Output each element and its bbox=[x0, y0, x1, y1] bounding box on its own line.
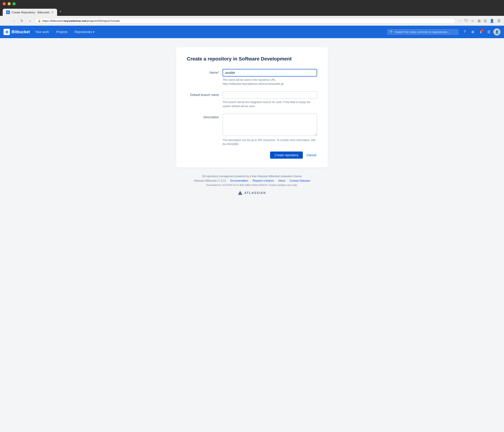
footer-feature-link[interactable]: Request a feature bbox=[253, 179, 274, 182]
close-button[interactable] bbox=[3, 2, 6, 5]
branch-input[interactable] bbox=[223, 91, 317, 99]
search-bar[interactable]: 🔍 Search for code, commits or repositori… bbox=[387, 29, 459, 35]
nav-repositories[interactable]: Repositories ▾ bbox=[71, 26, 98, 38]
footer-about-link[interactable]: About bbox=[278, 179, 285, 182]
form-title: Create a repository in Software Developm… bbox=[187, 56, 317, 62]
branch-field: This branch will be the integration bran… bbox=[223, 91, 317, 108]
description-hint: This description can be up to 255 charac… bbox=[223, 138, 317, 146]
description-label: Description bbox=[187, 114, 223, 146]
repositories-label: Repositories bbox=[74, 30, 92, 34]
main-content: Create a repository in Software Developm… bbox=[0, 38, 504, 432]
profile-icon[interactable]: 👤 bbox=[489, 18, 495, 24]
description-field: This description can be up to 255 charac… bbox=[223, 114, 317, 146]
app-navbar: ⊞ Bitbucket Your work Projects Repositor… bbox=[0, 26, 504, 38]
footer-contact-link[interactable]: Contact Atlassian bbox=[289, 179, 310, 182]
app-name: Bitbucket bbox=[12, 30, 30, 34]
nav-projects[interactable]: Projects bbox=[53, 26, 71, 38]
footer-version: Atlassian Bitbucket v7.12.0 bbox=[194, 179, 226, 182]
main-nav: Your work Projects Repositories ▾ bbox=[32, 26, 98, 38]
security-icon: 🔒 bbox=[38, 19, 41, 22]
footer-hash: Generated by 7a7cd764-5c7a-401f-a06d-41b… bbox=[194, 184, 310, 186]
queue-button[interactable]: ☰ bbox=[485, 28, 492, 36]
footer-docs-link[interactable]: Documentation bbox=[230, 179, 248, 182]
tab-close-button[interactable]: ✕ bbox=[51, 11, 54, 14]
footer: Git repository management powered by a f… bbox=[189, 168, 315, 204]
back-button[interactable]: ← bbox=[3, 18, 9, 24]
create-repository-button[interactable]: Create repository bbox=[270, 152, 303, 159]
create-repo-form-card: Create a repository in Software Developm… bbox=[176, 47, 328, 168]
address-bar[interactable]: 🔒 https://bitbucket.heyvaldemar.net/proj… bbox=[35, 18, 456, 24]
user-avatar[interactable]: 👤 bbox=[493, 28, 500, 36]
more-options-icon[interactable]: ··· bbox=[457, 18, 462, 24]
required-indicator: * bbox=[218, 71, 219, 74]
name-label: Name* bbox=[187, 69, 223, 86]
name-field-group: Name* This name will be used in the repo… bbox=[187, 69, 317, 86]
notification-badge: 1 bbox=[481, 29, 484, 32]
atlassian-label: ATLASSIAN bbox=[244, 191, 266, 194]
cancel-button[interactable]: Cancel bbox=[306, 152, 317, 159]
sidebar-icon[interactable]: ⊡ bbox=[483, 18, 487, 24]
name-input[interactable] bbox=[223, 69, 317, 76]
shield-icon[interactable]: 🛡 bbox=[463, 18, 469, 24]
form-actions: Create repository Cancel bbox=[187, 152, 317, 159]
name-hint: This name will be used in the repository… bbox=[223, 78, 317, 86]
atlassian-logo: ATLASSIAN bbox=[194, 191, 310, 195]
app-logo[interactable]: ⊞ Bitbucket bbox=[4, 29, 30, 35]
menu-icon[interactable]: ☰ bbox=[496, 18, 501, 24]
branch-hint: This branch will be the integration bran… bbox=[223, 100, 317, 108]
reload-button[interactable]: ↻ bbox=[19, 18, 25, 24]
new-tab-button[interactable]: + bbox=[58, 8, 63, 16]
tab-favicon: B bbox=[6, 10, 10, 14]
footer-tagline: Git repository management powered by a f… bbox=[194, 175, 310, 178]
tab-title: Create Repository - Bitbucket bbox=[12, 11, 50, 14]
traffic-lights bbox=[3, 2, 501, 5]
browser-tabs: B Create Repository - Bitbucket ✕ + bbox=[3, 8, 501, 16]
branch-label: Default branch name bbox=[187, 91, 223, 108]
toolbar-actions: ··· 🛡 ☆ bbox=[457, 18, 475, 24]
nav-your-work[interactable]: Your work bbox=[32, 26, 53, 38]
atlassian-triangle-icon bbox=[238, 191, 243, 195]
settings-button[interactable]: ⚙ bbox=[469, 28, 476, 36]
help-button[interactable]: ? bbox=[461, 28, 468, 36]
browser-toolbar: ← → ↻ ⌂ 🔒 https://bitbucket.heyvaldemar.… bbox=[0, 16, 504, 26]
minimize-button[interactable] bbox=[8, 2, 11, 5]
browser-chrome: B Create Repository - Bitbucket ✕ + bbox=[0, 0, 504, 16]
extension-icon[interactable]: ⊞ bbox=[477, 18, 481, 24]
nav-actions: ? ⚙ ℹ 1 ☰ 👤 bbox=[461, 28, 500, 36]
forward-button[interactable]: → bbox=[11, 18, 17, 24]
browser-extensions: ⊞ ⊡ 👤 ☰ bbox=[477, 18, 501, 24]
chevron-down-icon: ▾ bbox=[93, 30, 94, 34]
bookmark-icon[interactable]: ☆ bbox=[470, 18, 475, 24]
url-text: https://bitbucket.heyvaldemar.net/projec… bbox=[42, 19, 453, 23]
home-button[interactable]: ⌂ bbox=[27, 18, 33, 24]
branch-field-group: Default branch name This branch will be … bbox=[187, 91, 317, 108]
description-input[interactable] bbox=[223, 114, 317, 136]
search-placeholder: Search for code, commits or repositories… bbox=[395, 30, 450, 34]
name-field: This name will be used in the repository… bbox=[223, 69, 317, 86]
notifications-button[interactable]: ℹ 1 bbox=[477, 28, 484, 36]
description-field-group: Description This description can be up t… bbox=[187, 114, 317, 146]
active-tab[interactable]: B Create Repository - Bitbucket ✕ bbox=[3, 9, 57, 16]
maximize-button[interactable] bbox=[12, 2, 16, 5]
search-icon: 🔍 bbox=[390, 30, 393, 34]
bitbucket-logo-icon: ⊞ bbox=[4, 29, 10, 35]
footer-links: Atlassian Bitbucket v7.12.0 · Documentat… bbox=[194, 179, 310, 182]
